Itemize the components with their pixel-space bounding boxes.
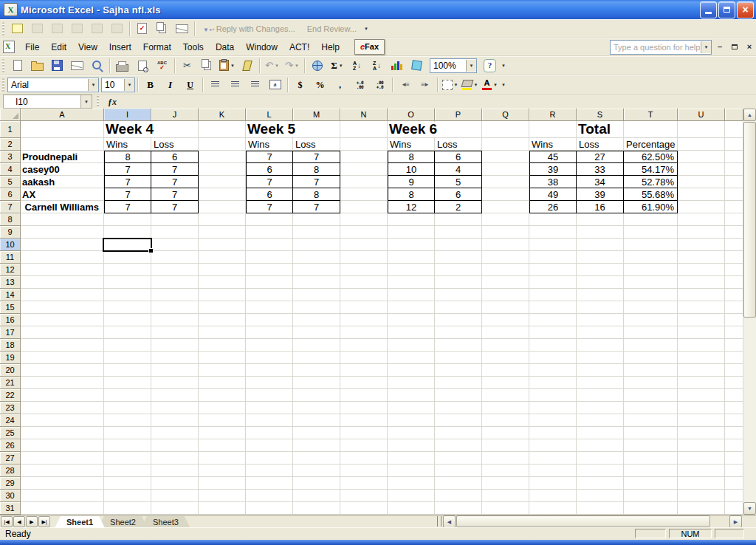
cell-I1[interactable]: Week 4: [104, 121, 151, 138]
cell-O17[interactable]: [388, 326, 435, 339]
cell-U2[interactable]: [678, 138, 725, 151]
cell-S4[interactable]: 33: [577, 163, 624, 176]
cell-P26[interactable]: [435, 439, 482, 452]
cell-S23[interactable]: [577, 402, 624, 414]
cell-V17[interactable]: [725, 326, 743, 339]
cell-U22[interactable]: [678, 389, 725, 402]
cell-V29[interactable]: [725, 477, 743, 490]
cell-U16[interactable]: [678, 314, 725, 326]
cell-P18[interactable]: [435, 339, 482, 352]
cell-V26[interactable]: [725, 439, 743, 452]
cell-T3[interactable]: 62.50%: [624, 151, 678, 163]
cell-L8[interactable]: [246, 213, 293, 226]
cell-P5[interactable]: 5: [435, 176, 482, 188]
row-header-2[interactable]: 2: [0, 138, 21, 151]
cell-P16[interactable]: [435, 314, 482, 326]
cell-I21[interactable]: [104, 377, 151, 389]
cell-J13[interactable]: [151, 276, 199, 289]
scroll-down-icon[interactable]: ▼: [743, 502, 756, 515]
cell-Q30[interactable]: [482, 490, 529, 502]
cell-L12[interactable]: [246, 264, 293, 276]
cell-Q20[interactable]: [482, 364, 529, 377]
currency-icon[interactable]: $: [290, 77, 310, 93]
cell-O24[interactable]: [388, 414, 435, 427]
cell-M9[interactable]: [293, 226, 340, 239]
cell-A16[interactable]: [21, 314, 104, 326]
chevron-down-icon[interactable]: ▼: [124, 79, 134, 91]
menu-insert[interactable]: Insert: [103, 40, 137, 55]
column-header-K[interactable]: K: [199, 109, 246, 121]
cell-M18[interactable]: [293, 339, 340, 352]
cell-J8[interactable]: [151, 213, 199, 226]
active-cell-I10[interactable]: [103, 238, 152, 252]
row-header-16[interactable]: 16: [0, 314, 21, 326]
sheet-tab-sheet2[interactable]: Sheet2: [98, 516, 148, 528]
cell-R3[interactable]: 45: [529, 151, 577, 163]
cell-L14[interactable]: [246, 289, 293, 301]
cell-K29[interactable]: [199, 477, 246, 490]
cell-A26[interactable]: [21, 439, 104, 452]
cell-R15[interactable]: [529, 301, 577, 314]
decrease-indent-icon[interactable]: ◄≡: [395, 77, 415, 93]
cell-L29[interactable]: [246, 477, 293, 490]
row-header-10[interactable]: 10: [0, 239, 21, 251]
name-box[interactable]: I10: [3, 95, 81, 109]
redo-icon[interactable]: ↷▼: [282, 58, 302, 74]
toolbar-options-icon[interactable]: ▼: [501, 64, 506, 68]
cell-T27[interactable]: [624, 452, 678, 465]
cell-A22[interactable]: [21, 389, 104, 402]
cell-Q29[interactable]: [482, 477, 529, 490]
cell-N7[interactable]: [340, 201, 388, 213]
cell-T22[interactable]: [624, 389, 678, 402]
cell-S13[interactable]: [577, 276, 624, 289]
format-painter-icon[interactable]: [237, 58, 257, 74]
cell-K28[interactable]: [199, 465, 246, 477]
save-icon[interactable]: [47, 58, 67, 74]
cell-K9[interactable]: [199, 226, 246, 239]
previous-comment-icon[interactable]: [27, 21, 47, 37]
cell-T1[interactable]: [624, 121, 678, 138]
name-box-dropdown[interactable]: ▼: [81, 95, 92, 109]
paste-icon[interactable]: ▼: [217, 58, 237, 74]
column-header-M[interactable]: M: [293, 109, 340, 121]
cell-T28[interactable]: [624, 465, 678, 477]
row-header-25[interactable]: 25: [0, 427, 21, 439]
underline-icon[interactable]: U: [180, 77, 200, 93]
cell-A3[interactable]: Proudnepali: [21, 151, 104, 163]
cell-N2[interactable]: [340, 138, 388, 151]
cell-P21[interactable]: [435, 377, 482, 389]
cell-A30[interactable]: [21, 490, 104, 502]
cell-L31[interactable]: [246, 502, 293, 515]
cell-I31[interactable]: [104, 502, 151, 515]
cell-T31[interactable]: [624, 502, 678, 515]
cell-L22[interactable]: [246, 389, 293, 402]
cell-R16[interactable]: [529, 314, 577, 326]
scroll-left-icon[interactable]: ◀: [443, 515, 456, 528]
cell-N21[interactable]: [340, 377, 388, 389]
cell-N15[interactable]: [340, 301, 388, 314]
cell-A12[interactable]: [21, 264, 104, 276]
cell-K5[interactable]: [199, 176, 246, 188]
cell-L20[interactable]: [246, 364, 293, 377]
cell-M21[interactable]: [293, 377, 340, 389]
cell-M23[interactable]: [293, 402, 340, 414]
cell-P28[interactable]: [435, 465, 482, 477]
cell-L21[interactable]: [246, 377, 293, 389]
first-sheet-icon[interactable]: |◀: [1, 516, 13, 527]
cell-J12[interactable]: [151, 264, 199, 276]
cell-Q15[interactable]: [482, 301, 529, 314]
row-header-21[interactable]: 21: [0, 377, 21, 389]
cell-K30[interactable]: [199, 490, 246, 502]
cell-K27[interactable]: [199, 452, 246, 465]
align-right-icon[interactable]: [245, 77, 265, 93]
cell-S7[interactable]: 16: [577, 201, 624, 213]
cell-P25[interactable]: [435, 427, 482, 439]
cell-L7[interactable]: 7: [246, 201, 293, 213]
font-color-icon[interactable]: A▼: [480, 77, 500, 93]
fill-color-icon-dropdown[interactable]: ▼: [474, 83, 478, 87]
track-changes-icon[interactable]: ✓: [132, 21, 152, 37]
cell-I26[interactable]: [104, 439, 151, 452]
column-header-L[interactable]: L: [246, 109, 293, 121]
new-document-icon[interactable]: [7, 58, 27, 74]
cell-O10[interactable]: [388, 239, 435, 251]
